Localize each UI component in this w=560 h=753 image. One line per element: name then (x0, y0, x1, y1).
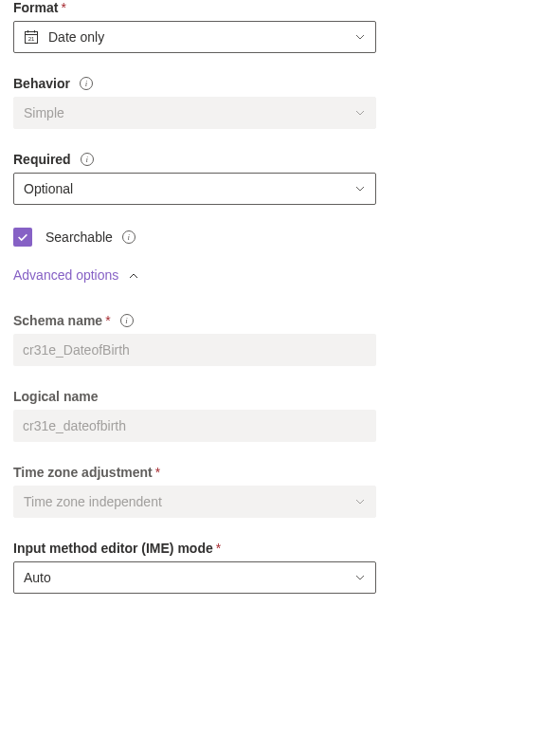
required-asterisk: * (105, 313, 110, 328)
advanced-options-toggle[interactable]: Advanced options (13, 267, 547, 283)
calendar-icon: 21 (24, 29, 39, 45)
required-value: Optional (24, 181, 73, 196)
required-asterisk: * (155, 465, 160, 480)
behavior-value: Simple (24, 105, 64, 120)
timezone-select: Time zone independent (13, 486, 376, 518)
timezone-label: Time zone adjustment (13, 465, 153, 480)
chevron-down-icon (354, 183, 366, 194)
behavior-label: Behavior (13, 76, 70, 91)
info-icon[interactable]: i (81, 153, 94, 166)
logical-name-value: cr31e_dateofbirth (23, 418, 126, 433)
chevron-down-icon (354, 107, 366, 119)
searchable-label: Searchable (45, 230, 113, 245)
required-asterisk: * (61, 0, 65, 15)
schema-name-input: cr31e_DateofBirth (13, 334, 376, 366)
timezone-value: Time zone independent (24, 494, 162, 509)
advanced-options-label: Advanced options (13, 267, 118, 283)
required-select[interactable]: Optional (13, 173, 376, 205)
chevron-up-icon (128, 269, 139, 281)
behavior-select: Simple (13, 97, 376, 129)
svg-text:21: 21 (28, 36, 35, 42)
schema-name-value: cr31e_DateofBirth (23, 342, 130, 358)
chevron-down-icon (354, 572, 366, 583)
schema-name-label: Schema name (13, 313, 102, 328)
required-label: Required (13, 152, 71, 167)
format-value: Date only (48, 29, 104, 45)
chevron-down-icon (354, 496, 366, 507)
searchable-checkbox[interactable] (13, 228, 32, 247)
ime-select[interactable]: Auto (13, 561, 376, 594)
ime-label: Input method editor (IME) mode (13, 541, 213, 556)
info-icon[interactable]: i (122, 230, 135, 244)
format-label: Format (13, 0, 58, 15)
logical-name-input: cr31e_dateofbirth (13, 410, 376, 442)
logical-name-label: Logical name (13, 389, 98, 404)
info-icon[interactable]: i (120, 314, 134, 327)
format-select[interactable]: 21 Date only (13, 21, 376, 53)
ime-value: Auto (24, 570, 51, 585)
chevron-down-icon (354, 31, 366, 43)
info-icon[interactable]: i (80, 77, 93, 90)
required-asterisk: * (216, 541, 221, 556)
